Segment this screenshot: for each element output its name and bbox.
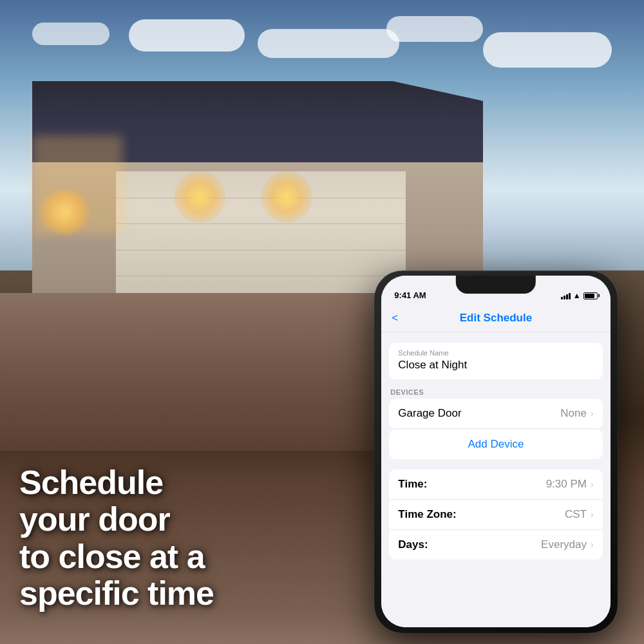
timezone-label: Time Zone: (398, 508, 456, 521)
schedule-name-value[interactable]: Close at Night (398, 359, 593, 372)
devices-section-header: DEVICES (381, 379, 610, 399)
bar4 (569, 293, 571, 299)
bar3 (566, 294, 568, 299)
status-icons: ▲ (561, 291, 598, 300)
device-name: Garage Door (398, 407, 461, 420)
overlay-line1: Schedule (19, 464, 354, 501)
bar1 (561, 297, 563, 299)
phone-screen: 9:41 AM ▲ < Edit Schedule (381, 276, 610, 627)
days-value: Everyday (541, 538, 587, 551)
days-label: Days: (398, 538, 428, 551)
time-row[interactable]: Time: 9:30 PM › (389, 469, 602, 500)
notch (456, 276, 536, 294)
overlay-line2: your door (19, 501, 354, 538)
status-time: 9:41 AM (394, 290, 426, 300)
garage-lights (116, 171, 406, 239)
bar2 (564, 296, 565, 299)
light-glow-left (174, 171, 225, 223)
time-value: 9:30 PM (546, 478, 587, 491)
app-content: Schedule Name Close at Night DEVICES Gar… (381, 332, 610, 627)
days-row[interactable]: Days: Everyday › (389, 530, 602, 560)
days-chevron: › (591, 540, 594, 550)
wifi-icon: ▲ (573, 291, 581, 300)
phone: 9:41 AM ▲ < Edit Schedule (361, 270, 631, 644)
overlay-line3: to close at a (19, 538, 354, 575)
light-glow-right (261, 171, 312, 223)
timezone-chevron: › (591, 509, 594, 520)
nav-bar: < Edit Schedule (381, 304, 610, 332)
settings-section: Time: 9:30 PM › Time Zone: CST › (389, 469, 602, 560)
back-button[interactable]: < (392, 312, 398, 325)
chevron-icon: › (591, 408, 594, 419)
battery-icon (583, 292, 598, 299)
battery-fill (585, 294, 594, 298)
time-right: 9:30 PM › (546, 478, 594, 491)
schedule-name-label: Schedule Name (398, 349, 593, 357)
timezone-right: CST › (565, 508, 594, 521)
garage-door-item[interactable]: Garage Door None › (389, 399, 602, 429)
add-device-row: Add Device (389, 430, 602, 459)
time-chevron: › (591, 479, 594, 489)
device-row: Garage Door None › (389, 399, 602, 429)
overlay-line4: specific time (19, 575, 354, 612)
schedule-name-section: Schedule Name Close at Night (389, 343, 602, 379)
device-right: None › (560, 407, 593, 420)
time-label: Time: (398, 478, 427, 491)
phone-body: 9:41 AM ▲ < Edit Schedule (374, 270, 618, 633)
overlay-text: Schedule your door to close at a specifi… (19, 464, 354, 612)
days-right: Everyday › (541, 538, 594, 551)
nav-title: Edit Schedule (460, 312, 532, 325)
signal-icon (561, 292, 571, 299)
room-glow (32, 135, 122, 234)
schedule-name-field: Schedule Name Close at Night (389, 343, 602, 379)
device-status: None (560, 407, 587, 420)
add-device-button[interactable]: Add Device (389, 430, 602, 459)
timezone-row[interactable]: Time Zone: CST › (389, 500, 602, 530)
timezone-value: CST (565, 508, 587, 521)
